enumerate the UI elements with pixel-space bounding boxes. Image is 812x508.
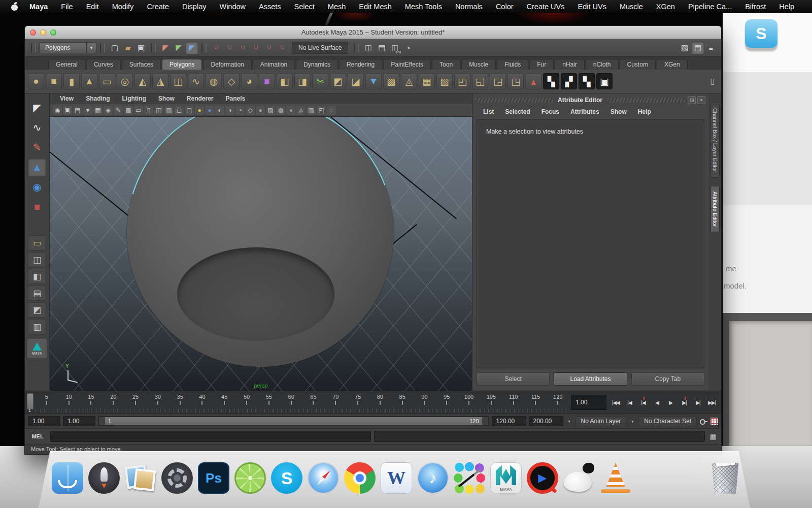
- toolbar-group-grip[interactable]: [354, 43, 359, 52]
- panel-drag-handle[interactable]: [607, 98, 685, 103]
- extrude-icon[interactable]: ◰: [454, 73, 470, 89]
- attribute-editor-menu-item[interactable]: Show: [605, 108, 632, 115]
- attribute-editor-menu-item[interactable]: Focus: [536, 108, 565, 115]
- snap-grid-icon[interactable]: ∩: [210, 42, 222, 54]
- image-plane-icon[interactable]: ▦: [93, 106, 103, 115]
- viewport-menu-item[interactable]: Show: [152, 95, 181, 102]
- command-result-field[interactable]: [374, 431, 705, 442]
- go-to-end-button[interactable]: ▶▶|: [705, 396, 718, 409]
- pan-zoom-icon[interactable]: ◈: [104, 106, 113, 115]
- shadows-icon[interactable]: ◐: [215, 106, 224, 115]
- bookmarks-icon[interactable]: ▼: [83, 106, 92, 115]
- dock-screenshots[interactable]: [125, 462, 156, 494]
- shelf-tab[interactable]: Fluids: [497, 59, 528, 70]
- shelf-tab[interactable]: Surfaces: [122, 59, 161, 70]
- save-scene-icon[interactable]: ▣: [135, 42, 147, 54]
- poly-cone-icon[interactable]: ▲: [81, 73, 97, 89]
- play-backwards-button[interactable]: ◀: [651, 396, 663, 409]
- grid-toggle-icon[interactable]: ▩: [124, 106, 133, 115]
- attribute-editor-menu-item[interactable]: Help: [632, 108, 657, 115]
- current-frame-marker[interactable]: [27, 393, 33, 409]
- copy-tab-button[interactable]: Copy Tab: [631, 372, 704, 386]
- use-default-material-icon[interactable]: ◍: [276, 106, 285, 115]
- xray-icon[interactable]: ◖: [286, 106, 295, 115]
- share-view-icon[interactable]: ◌: [327, 106, 336, 115]
- select-button[interactable]: Select: [477, 372, 550, 386]
- shelf-tab[interactable]: Fur: [529, 59, 554, 70]
- uv-checker-icon-1[interactable]: ▚: [543, 73, 559, 89]
- dock-finder[interactable]: [52, 462, 83, 494]
- dock-maya[interactable]: MAYA: [490, 462, 522, 494]
- new-scene-icon[interactable]: ▢: [109, 42, 121, 54]
- menubar-item[interactable]: Select: [288, 2, 321, 12]
- anim-layer-selector[interactable]: No Anim Layer: [576, 416, 627, 426]
- boolean-icon[interactable]: ◪: [348, 73, 364, 89]
- custom-polygon-icon[interactable]: ■: [259, 73, 275, 89]
- shelf-tab[interactable]: Muscle: [461, 59, 496, 70]
- layout-split-icon[interactable]: ▤: [28, 285, 46, 301]
- orient-axis-icon[interactable]: ▴: [525, 73, 542, 89]
- dock-launchpad[interactable]: [88, 462, 120, 494]
- make-live-icon[interactable]: ∩: [276, 42, 288, 54]
- field-chart-icon[interactable]: ▥: [164, 106, 174, 115]
- menu-set-dropdown[interactable]: Polygons ▾: [40, 42, 96, 53]
- motion-blur-icon[interactable]: ◔: [235, 106, 245, 115]
- step-back-key-button[interactable]: |◀: [637, 396, 650, 409]
- menubar-item[interactable]: XGen: [650, 2, 682, 12]
- snap-view-plane-icon[interactable]: ∩: [263, 42, 275, 54]
- separate-icon[interactable]: ◨: [294, 73, 311, 89]
- camera-attributes-icon[interactable]: ▤: [73, 106, 82, 115]
- attribute-editor-header[interactable]: Attribute Editor ◳ ×: [476, 95, 705, 105]
- time-slider[interactable]: 5101520253035404550556065707580859095100…: [36, 392, 569, 412]
- channel-box-toggle-icon[interactable]: ≡: [705, 42, 717, 54]
- poly-cylinder-icon[interactable]: ▮: [63, 73, 80, 89]
- load-attributes-button[interactable]: Load Attributes: [554, 372, 627, 386]
- character-set-dropdown-icon[interactable]: ▾: [629, 419, 636, 424]
- poly-sphere-object[interactable]: [127, 117, 394, 367]
- range-start-handle[interactable]: [99, 417, 105, 425]
- scale-tool-icon[interactable]: ■: [28, 198, 46, 216]
- layout-animation-icon[interactable]: ▥: [28, 319, 46, 334]
- menubar-item[interactable]: Mesh: [321, 2, 352, 12]
- mirror-geometry-icon[interactable]: ▼: [365, 73, 382, 89]
- open-scene-icon[interactable]: ▰: [122, 42, 134, 54]
- attribute-editor-toggle-icon[interactable]: ▤: [692, 42, 704, 54]
- ambient-occlusion-icon[interactable]: ◑: [225, 106, 234, 115]
- menubar-item[interactable]: File: [54, 2, 79, 12]
- channel-box-tab[interactable]: Channel Box / Layer Editor: [710, 103, 720, 178]
- extract-icon[interactable]: ◩: [330, 73, 346, 89]
- default-light-icon[interactable]: ●: [195, 106, 204, 115]
- textured-icon[interactable]: ▨: [266, 106, 275, 115]
- current-time-field[interactable]: 1.00: [571, 395, 606, 410]
- menubar-item[interactable]: Color: [489, 2, 520, 12]
- shelf-trash-icon[interactable]: ▯: [707, 76, 718, 87]
- dock-trash[interactable]: [708, 462, 742, 494]
- poly-prism-icon[interactable]: ◭: [134, 73, 151, 89]
- menubar-item[interactable]: Create UVs: [520, 2, 571, 12]
- move-tool-icon[interactable]: ▲: [28, 158, 46, 176]
- snap-curve-icon[interactable]: ∩: [223, 42, 235, 54]
- viewport-menu-item[interactable]: View: [54, 95, 80, 102]
- dock-vlc[interactable]: [600, 462, 631, 494]
- select-hierarchy-icon[interactable]: ◤: [159, 42, 172, 54]
- live-surface-field[interactable]: No Live Surface: [292, 42, 348, 54]
- minimize-window-button[interactable]: [40, 29, 46, 36]
- menubar-item[interactable]: Normals: [449, 2, 489, 12]
- menubar-item[interactable]: Bifrost: [738, 2, 772, 12]
- set-key-icon[interactable]: [699, 417, 708, 425]
- animation-end-field[interactable]: 200.00: [529, 416, 563, 426]
- select-object-icon[interactable]: ◤: [173, 42, 185, 54]
- toolbar-group-grip[interactable]: [151, 43, 156, 52]
- select-component-icon[interactable]: ◤: [186, 42, 198, 54]
- zoom-window-button[interactable]: [50, 29, 56, 36]
- render-view-icon[interactable]: ◫: [362, 42, 375, 54]
- shelf-tab[interactable]: nCloth: [586, 59, 619, 70]
- step-forward-frame-button[interactable]: ▶|: [692, 396, 704, 409]
- menubar-item[interactable]: Maya: [23, 2, 54, 12]
- step-back-frame-button[interactable]: |◀: [623, 396, 636, 409]
- dock-safari[interactable]: [308, 462, 339, 494]
- apple-menu-icon[interactable]: [11, 3, 18, 11]
- command-line-mode-label[interactable]: MEL: [28, 433, 47, 439]
- rotate-tool-icon[interactable]: ◉: [28, 178, 46, 196]
- poly-pipe-icon[interactable]: ◫: [170, 73, 186, 89]
